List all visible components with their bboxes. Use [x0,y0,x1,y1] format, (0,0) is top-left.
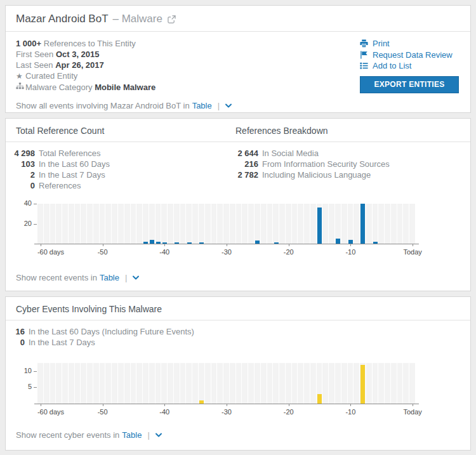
stat-row: 0In the Last 7 Days [12,337,194,348]
stat-row: 0References [12,180,235,191]
show-recent-cyber-events-line: Show recent cyber events in Table | [6,418,470,440]
chevron-down-icon[interactable] [132,275,140,280]
stat-label: Total References [39,148,101,159]
print-link[interactable]: Print [360,38,460,49]
stat-row: 4 298Total References [12,148,235,159]
sitemap-icon [16,82,25,93]
first-seen-line: First Seen Oct 3, 2015 [16,49,360,60]
request-data-review-label: Request Data Review [373,49,453,61]
plot-area [37,204,416,244]
reference-count-stats: 4 298Total References 103In the Last 60 … [12,148,235,191]
curated-line: ★Curated Entity [16,70,360,82]
x-axis-label: -60 days [37,408,64,416]
x-axis-label: -40 [145,408,183,416]
entity-title-row: Mazar Android BoT – Malware [6,6,470,32]
stat-row: 2In the Last 7 Days [12,169,235,180]
x-axis-tick [289,404,289,406]
show-all-events-line: Show all events involving Mazar Android … [6,93,470,110]
stat-label: In the Last 60 Days [39,159,110,169]
x-axis-label: -50 [84,248,122,256]
x-axis-tick [413,404,413,406]
show-all-events-text: Show all events involving Mazar Android … [16,101,190,110]
y-axis-label: 40 [16,199,32,208]
page-title-suffix: – Malware [113,13,162,25]
show-recent-events-text: Show recent events in [16,273,97,282]
references-count: 1 000+ [16,39,41,48]
last-seen-line: Last Seen Apr 26, 2017 [16,60,360,70]
list-icon [360,62,368,70]
last-seen-label: Last Seen [16,60,53,70]
y-axis-tick [34,224,37,225]
cyber-events-header: Cyber Events Involving This Malware [16,304,162,314]
references-chart: 2040-60 days-50-40-30-20-10Today [16,204,460,258]
stat-row: 16In the Last 60 Days (Including Future … [12,326,194,337]
y-axis-label: 20 [16,220,32,228]
request-data-review-link[interactable]: Request Data Review [360,49,460,61]
divider: | [218,101,220,110]
x-axis-tick [41,244,41,246]
first-seen-value: Oct 3, 2015 [56,49,100,59]
stat-label: In the Last 7 Days [39,169,105,180]
x-axis-label: -20 [270,248,308,256]
first-seen-label: First Seen [16,49,53,59]
chevron-down-icon[interactable] [155,432,162,438]
x-axis-tick [41,404,41,406]
bar[interactable] [317,208,322,244]
x-axis-tick [227,404,227,406]
add-to-list-label: Add to List [373,60,411,72]
references-breakdown-header: References Breakdown [235,126,328,136]
bar[interactable] [336,239,340,244]
stat-value: 2 644 [235,148,258,159]
x-axis-tick [289,244,289,246]
x-axis-tick [350,404,351,406]
divider: | [147,430,149,440]
show-all-events-table-link[interactable]: Table [192,101,212,110]
stat-row: 216From Information Security Sources [235,159,390,169]
x-axis-label: -50 [84,408,122,416]
x-axis-tick [164,404,165,406]
x-axis-label: -10 [331,408,369,416]
bar[interactable] [360,204,365,244]
stat-row: 2 782Including Malicious Language [235,169,390,180]
category-label: Malware Category [25,82,93,92]
show-recent-cyber-events-text: Show recent cyber events in [16,430,119,440]
stat-value: 2 [12,169,35,180]
divider: | [125,273,127,282]
star-icon: ★ [16,71,25,82]
show-recent-events-table-link[interactable]: Table [100,273,119,282]
cyber-events-stats: 16In the Last 60 Days (Including Future … [6,320,470,348]
stat-value: 16 [12,326,25,337]
stat-value: 4 298 [12,148,35,159]
external-link-icon[interactable] [168,15,176,23]
y-axis-tick [34,387,37,388]
print-icon [360,39,368,48]
bar[interactable] [317,394,322,404]
references-breakdown-stats: 2 644In Social Media 216From Information… [235,148,390,191]
entity-panel: Mazar Android BoT – Malware 1 000+ Refer… [5,5,471,113]
x-axis-label: -60 days [37,248,64,256]
y-axis-label: 5 [16,383,32,391]
cyber-events-header-row: Cyber Events Involving This Malware [6,297,470,320]
stat-label: In Social Media [262,148,319,159]
stat-label: From Information Security Sources [262,159,390,169]
export-entities-button[interactable]: EXPORT ENTITIES [360,76,459,93]
entity-actions: Print Request Data Review Add to List EX… [360,38,460,93]
references-panel: Total Reference Count References Breakdo… [5,118,471,291]
chevron-down-icon[interactable] [225,103,232,109]
x-axis-label: -20 [270,408,308,416]
bar[interactable] [360,365,365,404]
x-axis-label: -40 [145,248,183,256]
stat-value: 216 [235,159,258,169]
add-to-list-link[interactable]: Add to List [360,60,460,72]
show-recent-cyber-events-table-link[interactable]: Table [122,430,142,440]
x-axis-label: -30 [208,248,246,256]
x-axis-tick [103,404,103,406]
x-axis-tick [103,244,103,246]
stat-label: In the Last 7 Days [29,337,95,348]
references-count-label: References to This Entity [44,39,136,48]
show-recent-events-line: Show recent events in Table | [6,258,470,282]
page-title: Mazar Android BoT [16,13,109,25]
references-stats: 4 298Total References 103In the Last 60 … [6,142,470,191]
print-label: Print [373,38,390,49]
curated-label: Curated Entity [25,71,77,81]
